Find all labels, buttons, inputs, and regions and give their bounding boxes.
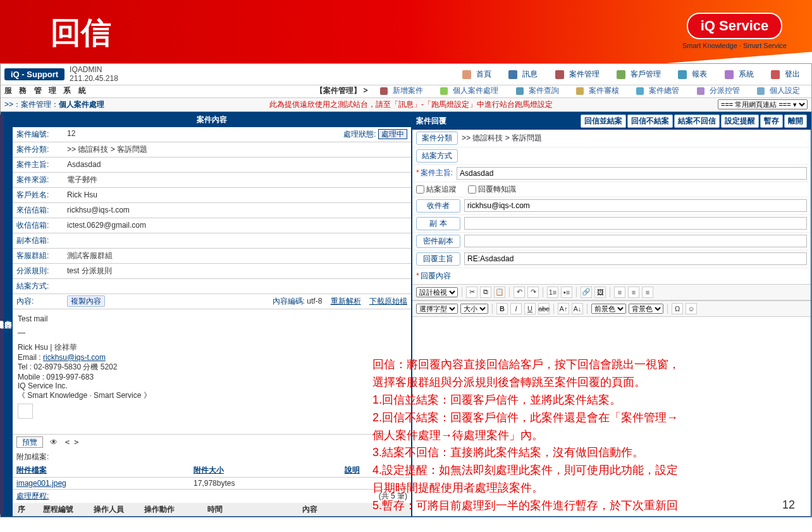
copy-icon[interactable]: ⧉ [480, 287, 491, 298]
query-icon [516, 87, 524, 95]
reply-to-kb-checkbox[interactable]: 回覆轉知識 [468, 184, 516, 195]
sig-tel: Tel : 02-8979-5830 分機 5202 [18, 362, 406, 373]
leave-button[interactable]: 離開 [784, 114, 807, 128]
image-icon[interactable]: 🖼 [594, 287, 606, 298]
logo-pill: iQ Service [687, 13, 783, 39]
reply-subject-row: 回覆主旨 [412, 251, 811, 268]
subnav-personal-settings[interactable]: 個人設定 [753, 86, 804, 95]
bold-icon[interactable]: B [496, 303, 508, 314]
nav-messages[interactable]: 訊息 [505, 70, 541, 78]
slide-header: 回信 iQ Service Smart Knowledge · Smart Se… [0, 0, 812, 63]
nav-reports[interactable]: 報表 [674, 70, 711, 78]
value-source: 電子郵件 [63, 172, 411, 187]
label-category: 案件分類: [13, 142, 63, 157]
undo-icon[interactable]: ↶ [514, 287, 525, 298]
nav-case-mgmt[interactable]: 案件管理 [551, 70, 603, 78]
recipient-button[interactable]: 收件者 [416, 199, 460, 213]
case-content-pane: 案件內容 案件編號: 12 處理狀態: 處理中 案件分類:>> 德誼科技 > 客… [12, 112, 412, 517]
ol-icon[interactable]: 1≡ [547, 287, 558, 298]
quick-links-select[interactable]: === 常用網頁連結 === ▾ [718, 99, 808, 109]
subnav-personal-case[interactable]: 個人案件處理 [436, 86, 502, 95]
reply-and-close-button[interactable]: 回信並結案 [581, 114, 626, 128]
tb-font-select[interactable]: 選擇字型 [416, 304, 458, 314]
cut-icon[interactable]: ✂ [466, 287, 477, 298]
close-no-reply-button[interactable]: 結案不回信 [674, 114, 720, 128]
case-info-table: 案件編號: 12 處理狀態: 處理中 案件分類:>> 德誼科技 > 客訴問題 案… [13, 127, 411, 309]
editor-toolbar: 設計檢視 ✂ ⧉ 📋 ↶ ↷ 1≡ •≡ 🔗 🖼 ≡ ≡ [412, 284, 811, 300]
emoji-icon[interactable]: ☺ [686, 303, 697, 314]
home-icon [462, 70, 471, 79]
close-method-button[interactable]: 結案方式 [416, 149, 458, 163]
strike-icon[interactable]: abc [538, 303, 550, 314]
cc-row: 副 本 [412, 215, 811, 233]
nav-customer-mgmt[interactable]: 客戶管理 [613, 70, 665, 78]
hist-col-action: 操作動作 [139, 504, 202, 515]
status-badge: 處理中 [378, 129, 407, 139]
sup-icon[interactable]: A↑ [558, 303, 569, 314]
value-group: 測試客服群組 [63, 248, 411, 263]
set-reminder-button[interactable]: 設定提醒 [721, 114, 759, 128]
history-columns: 序 歷程編號 操作人員 操作動作 時間 內容 [13, 503, 411, 516]
logo-subtitle: Smart Knowledge · Smart Service [682, 42, 787, 49]
nav-system[interactable]: 系統 [721, 70, 758, 78]
tb-forecolor[interactable]: 前景色 [591, 304, 626, 314]
nav-home[interactable]: 首頁 [458, 70, 495, 78]
bcc-input[interactable] [464, 235, 807, 247]
category-path: >> 德誼科技 > 客訴問題 [462, 133, 542, 144]
copy-content-button[interactable]: 複製內容 [67, 295, 105, 307]
history-link[interactable]: 處理歷程: [16, 491, 49, 502]
cc-button[interactable]: 副 本 [416, 217, 460, 230]
history-header: 處理歷程: (共 5 筆) [13, 489, 411, 503]
label-subject: 案件主旨: [13, 157, 63, 172]
download-raw-link[interactable]: 下載原始檔 [369, 297, 407, 306]
underline-icon[interactable]: U [524, 303, 536, 314]
recipient-row: 收件者 [412, 197, 811, 215]
align-left-icon[interactable]: ≡ [614, 287, 625, 298]
attachment-link[interactable]: image001.jpeg [16, 479, 66, 488]
cc-input[interactable] [464, 217, 807, 230]
reply-no-close-button[interactable]: 回信不結案 [627, 114, 673, 128]
reparse-link[interactable]: 重新解析 [331, 297, 361, 306]
attachment-table: 附件檔案 附件大小 說明 image001.jpeg 17,978bytes [13, 464, 411, 489]
redo-icon[interactable]: ↷ [527, 287, 539, 298]
reply-subject-button[interactable]: 回覆主旨 [416, 252, 460, 266]
bcc-button[interactable]: 密件副本 [416, 235, 460, 248]
subnav-new-case[interactable]: 新增案件 [376, 86, 427, 95]
reply-subject-input[interactable] [464, 252, 807, 265]
case-category-button[interactable]: 案件分類 [416, 132, 458, 145]
paste-icon[interactable]: 📋 [494, 287, 505, 298]
recipient-input[interactable] [464, 199, 807, 212]
subnav-case-query[interactable]: 案件查詢 [512, 86, 563, 95]
subnav-case-master[interactable]: 案件總管 [632, 86, 683, 95]
italic-icon[interactable]: I [510, 303, 522, 314]
tb-design-view[interactable]: 設計檢視 [416, 287, 458, 297]
tb-backcolor[interactable]: 背景色 [629, 304, 663, 314]
link-icon[interactable]: 🔗 [581, 287, 592, 298]
eye-icon[interactable] [50, 438, 58, 447]
value-encoding: utf-8 [307, 297, 322, 306]
case-icon [555, 70, 564, 79]
sidebar-section-other[interactable]: 客戶資料建議範本文字標籤 [0, 114, 4, 514]
att-col-size: 附件大小 [190, 464, 341, 478]
sidebar-section-case[interactable]: 案件內容 [4, 114, 12, 514]
tb-size-select[interactable]: 大小 [460, 304, 488, 314]
sig-name: Rick Hsu | 徐祥華 [18, 342, 406, 353]
subnav-dispatch[interactable]: 分派控管 [693, 86, 744, 95]
nav-logout[interactable]: 登出 [767, 70, 804, 78]
subnav-prefix: 【案件管理】 > [316, 86, 367, 95]
label-group: 客服群組: [13, 248, 63, 263]
user-name: IQADMIN [70, 65, 118, 74]
source-icon[interactable] [65, 438, 79, 447]
sub-icon[interactable]: A↓ [572, 303, 583, 314]
align-right-icon[interactable]: ≡ [642, 287, 653, 298]
case-subject-input[interactable] [457, 167, 807, 180]
preview-button[interactable]: 預覽 [16, 436, 43, 448]
align-center-icon[interactable]: ≡ [628, 287, 639, 298]
subnav-case-review[interactable]: 案件審核 [572, 86, 623, 95]
track-close-checkbox[interactable]: 結案追蹤 [416, 184, 457, 195]
value-case-no: 12 [67, 129, 75, 138]
ul-icon[interactable]: •≡ [561, 287, 572, 298]
preview-bar: 預覽 [13, 434, 411, 450]
symbol-icon[interactable]: Ω [672, 303, 683, 314]
save-draft-button[interactable]: 暫存 [760, 114, 783, 128]
